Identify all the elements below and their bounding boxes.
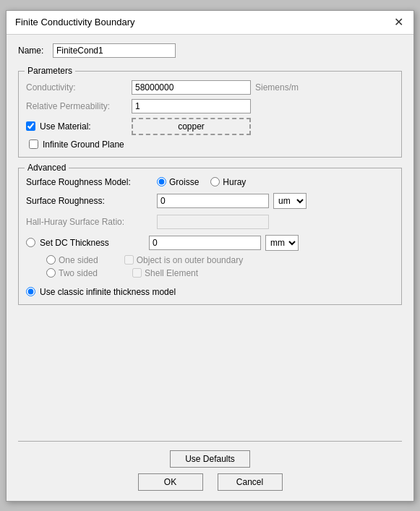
shell-element-checkbox xyxy=(132,268,142,278)
use-defaults-button[interactable]: Use Defaults xyxy=(170,450,250,468)
classic-model-radio[interactable] xyxy=(26,287,35,296)
two-sided-label: Two sided xyxy=(59,268,98,278)
surface-roughness-model-label: Surface Roughness Model: xyxy=(26,177,153,187)
hall-huray-label: Hall-Huray Surface Ratio: xyxy=(26,217,153,227)
use-material-label: Use Material: xyxy=(40,121,91,132)
conductivity-input[interactable] xyxy=(132,80,251,95)
advanced-group: Advanced Surface Roughness Model: Groiss… xyxy=(18,168,402,305)
conductivity-unit: Siemens/m xyxy=(255,82,299,93)
one-sided-option: One sided xyxy=(46,255,98,265)
dialog-window: Finite Conductivity Boundary ✕ Name: Par… xyxy=(6,10,414,502)
surface-roughness-model-row: Surface Roughness Model: Groisse Huray xyxy=(26,177,394,187)
conductivity-row: Conductivity: Siemens/m xyxy=(26,80,394,95)
use-material-checkbox-row: Use Material: xyxy=(26,121,127,132)
dc-main-row: Set DC Thickness mm um cm m xyxy=(26,235,394,251)
relative-permeability-input[interactable] xyxy=(132,99,251,113)
ok-cancel-row: OK Cancel xyxy=(138,473,283,491)
dc-thickness-input[interactable] xyxy=(149,236,261,250)
classic-row: Use classic infinite thickness model xyxy=(26,287,394,297)
surface-roughness-unit-select[interactable]: um mm cm m xyxy=(273,193,307,209)
surface-roughness-model-radio-group: Groisse Huray xyxy=(157,177,246,187)
groisse-label: Groisse xyxy=(169,177,199,187)
set-dc-radio[interactable] xyxy=(26,238,35,247)
dc-sub-rows: One sided Object is on outer boundary Tw… xyxy=(26,255,394,278)
huray-radio[interactable] xyxy=(210,177,220,186)
huray-label: Huray xyxy=(223,177,246,187)
dialog-title: Finite Conductivity Boundary xyxy=(15,17,134,27)
cancel-button[interactable]: Cancel xyxy=(218,473,283,491)
groisse-radio[interactable] xyxy=(157,177,166,186)
close-button[interactable]: ✕ xyxy=(393,17,405,28)
conductivity-label: Conductivity: xyxy=(26,82,127,93)
parameters-legend: Parameters xyxy=(25,66,75,76)
name-input[interactable] xyxy=(53,43,176,58)
dc-section: Set DC Thickness mm um cm m xyxy=(26,235,394,278)
groisse-option: Groisse xyxy=(157,177,199,187)
infinite-ground-label: Infinite Ground Plane xyxy=(43,139,124,150)
huray-option: Huray xyxy=(210,177,246,187)
dc-sub-row-2: Two sided Shell Element xyxy=(46,268,394,278)
object-outer-label: Object is on outer boundary xyxy=(137,255,243,265)
dc-sub-row-1: One sided Object is on outer boundary xyxy=(46,255,394,265)
dc-unit-select[interactable]: mm um cm m xyxy=(265,235,299,251)
params-grid: Conductivity: Siemens/m Relative Permeab… xyxy=(26,80,394,150)
use-material-checkbox[interactable] xyxy=(26,121,35,131)
infinite-ground-checkbox[interactable] xyxy=(29,139,38,149)
shell-element-option: Shell Element xyxy=(132,268,198,278)
surface-roughness-input[interactable] xyxy=(157,194,269,208)
parameters-group: Parameters Conductivity: Siemens/m Relat… xyxy=(18,71,402,158)
classic-model-label: Use classic infinite thickness model xyxy=(40,287,176,297)
name-row: Name: xyxy=(18,43,402,58)
hall-huray-row: Hall-Huray Surface Ratio: xyxy=(26,215,394,229)
two-sided-option: Two sided xyxy=(46,268,98,278)
ok-button[interactable]: OK xyxy=(138,473,203,491)
use-material-row: Use Material: copper xyxy=(26,118,394,135)
hall-huray-input xyxy=(157,215,269,229)
material-button[interactable]: copper xyxy=(132,118,251,135)
object-outer-checkbox xyxy=(124,255,134,265)
dialog-body: Name: Parameters Conductivity: Siemens/m… xyxy=(7,35,413,441)
set-dc-label: Set DC Thickness xyxy=(40,238,145,248)
dialog-footer: Use Defaults OK Cancel xyxy=(7,442,413,501)
two-sided-radio[interactable] xyxy=(46,268,56,278)
object-outer-option: Object is on outer boundary xyxy=(124,255,243,265)
title-bar: Finite Conductivity Boundary ✕ xyxy=(7,11,413,35)
advanced-grid: Surface Roughness Model: Groisse Huray xyxy=(26,177,394,297)
infinite-ground-row: Infinite Ground Plane xyxy=(26,139,394,150)
relative-permeability-row: Relative Permeability: xyxy=(26,99,394,113)
advanced-legend: Advanced xyxy=(25,163,69,173)
relative-permeability-label: Relative Permeability: xyxy=(26,101,127,111)
one-sided-radio[interactable] xyxy=(46,255,56,265)
surface-roughness-row: Surface Roughness: um mm cm m xyxy=(26,193,394,209)
name-label: Name: xyxy=(18,46,47,56)
surface-roughness-label: Surface Roughness: xyxy=(26,196,153,206)
one-sided-label: One sided xyxy=(59,255,98,265)
shell-element-label: Shell Element xyxy=(145,268,198,278)
